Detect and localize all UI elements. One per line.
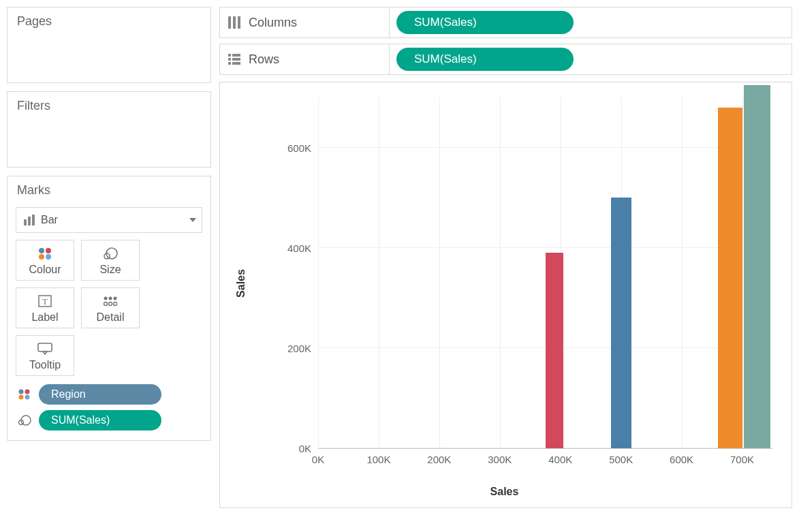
y-axis-title: Sales xyxy=(235,269,247,298)
pill-label: SUM(Sales) xyxy=(51,414,110,426)
detail-label: Detail xyxy=(97,311,125,324)
svg-rect-0 xyxy=(24,219,27,225)
chevron-down-icon xyxy=(189,218,196,222)
chart-bar[interactable] xyxy=(744,85,770,448)
svg-rect-29 xyxy=(228,58,231,61)
svg-rect-28 xyxy=(232,54,240,57)
label-button[interactable]: T Label xyxy=(16,287,74,328)
bar-icon xyxy=(23,215,35,225)
svg-rect-24 xyxy=(228,16,231,29)
detail-icon xyxy=(102,294,119,309)
svg-point-21 xyxy=(25,395,30,400)
marks-card: Marks Bar Colour xyxy=(7,176,211,441)
rows-icon xyxy=(228,53,240,65)
chart-bar[interactable] xyxy=(546,253,564,448)
svg-point-15 xyxy=(109,302,112,306)
svg-point-20 xyxy=(19,395,24,400)
rows-label: Rows xyxy=(249,52,279,67)
rows-shelf[interactable]: Rows SUM(Sales) xyxy=(219,44,792,75)
x-tick-label: 100K xyxy=(366,454,390,465)
label-label: Label xyxy=(31,311,58,324)
svg-point-16 xyxy=(114,302,117,306)
x-tick-label: 0K xyxy=(312,454,324,465)
mark-type-label: Bar xyxy=(41,214,58,226)
svg-point-4 xyxy=(46,248,51,253)
svg-rect-2 xyxy=(32,215,35,225)
x-tick-label: 700K xyxy=(730,454,754,465)
svg-point-19 xyxy=(25,390,30,394)
svg-text:T: T xyxy=(42,296,48,307)
pill-label: SUM(Sales) xyxy=(414,52,477,66)
columns-icon xyxy=(228,16,240,29)
chart-bar[interactable] xyxy=(611,198,631,448)
size-icon xyxy=(16,414,33,426)
pages-title: Pages xyxy=(7,7,210,33)
x-tick-label: 300K xyxy=(488,454,512,465)
colour-label: Colour xyxy=(29,264,61,276)
columns-shelf[interactable]: Columns SUM(Sales) xyxy=(219,7,792,38)
svg-rect-17 xyxy=(38,343,52,351)
tooltip-icon xyxy=(37,341,53,356)
svg-rect-26 xyxy=(238,16,240,29)
pill-label: Region xyxy=(51,388,86,401)
tooltip-button[interactable]: Tooltip xyxy=(16,335,74,376)
marks-title: Marks xyxy=(7,176,210,202)
size-button[interactable]: Size xyxy=(81,240,140,281)
visualization-panel[interactable]: Sales Sales 0K100K200K300K400K500K600K70… xyxy=(219,82,792,508)
columns-label: Columns xyxy=(249,16,297,30)
svg-point-18 xyxy=(19,390,24,394)
detail-button[interactable]: Detail xyxy=(81,287,140,328)
chart-bar[interactable] xyxy=(718,108,742,448)
svg-point-11 xyxy=(104,297,108,300)
svg-rect-27 xyxy=(228,54,231,57)
x-axis-title: Sales xyxy=(230,486,779,498)
x-tick-label: 200K xyxy=(427,454,451,465)
svg-point-12 xyxy=(109,297,112,300)
svg-point-5 xyxy=(39,254,44,260)
tooltip-label: Tooltip xyxy=(29,359,61,371)
svg-rect-30 xyxy=(232,58,240,61)
y-tick-label: 0K xyxy=(270,443,311,454)
svg-point-6 xyxy=(46,254,51,260)
label-icon: T xyxy=(37,294,52,309)
svg-rect-1 xyxy=(28,217,31,225)
svg-rect-25 xyxy=(233,16,236,29)
pill-label: SUM(Sales) xyxy=(414,16,477,29)
mark-pill-region[interactable]: Region xyxy=(39,384,161,405)
x-tick-label: 500K xyxy=(609,454,633,465)
svg-point-3 xyxy=(39,248,44,253)
mark-pill-sumsales-row: SUM(Sales) xyxy=(16,410,202,431)
pages-shelf[interactable]: Pages xyxy=(7,7,211,83)
filters-shelf[interactable]: Filters xyxy=(7,91,211,168)
x-tick-label: 400K xyxy=(548,454,572,465)
y-tick-label: 400K xyxy=(270,242,311,253)
size-icon xyxy=(102,246,119,261)
chart-plot-area xyxy=(318,97,772,449)
svg-point-14 xyxy=(104,302,108,306)
mark-pill-region-row: Region xyxy=(16,384,202,405)
colour-icon xyxy=(16,388,33,401)
colour-button[interactable]: Colour xyxy=(16,240,74,281)
x-tick-label: 600K xyxy=(670,454,693,465)
svg-point-13 xyxy=(114,297,117,300)
columns-pill[interactable]: SUM(Sales) xyxy=(396,11,574,34)
filters-title: Filters xyxy=(7,92,210,117)
mark-type-dropdown[interactable]: Bar xyxy=(16,207,202,233)
y-tick-label: 200K xyxy=(270,342,311,354)
rows-pill[interactable]: SUM(Sales) xyxy=(396,48,574,71)
colour-icon xyxy=(37,246,52,261)
svg-rect-32 xyxy=(232,62,240,65)
mark-pill-sumsales[interactable]: SUM(Sales) xyxy=(39,410,161,431)
y-tick-label: 600K xyxy=(270,142,311,153)
svg-rect-31 xyxy=(228,62,231,65)
size-label: Size xyxy=(99,264,121,276)
